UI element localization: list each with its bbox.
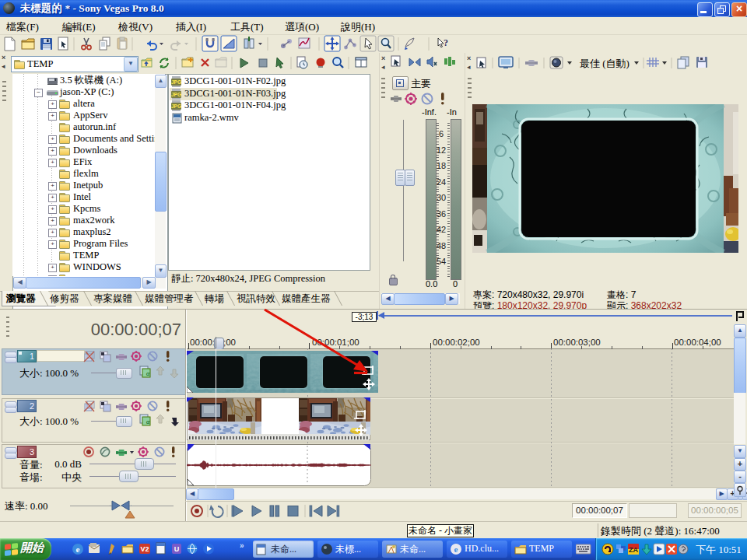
svg-text:e: e [454,544,458,554]
svg-text:?: ? [444,37,448,48]
svg-text:JPG: JPG [171,103,181,109]
svg-text:U: U [174,545,180,553]
svg-text:e: e [76,544,80,554]
svg-text:ZA: ZA [629,546,638,554]
svg-text:最佳 (自動): 最佳 (自動) [580,58,630,69]
svg-text:JPG: JPG [171,92,181,97]
svg-text:JPG: JPG [171,79,181,85]
svg-text:V2: V2 [140,545,149,553]
